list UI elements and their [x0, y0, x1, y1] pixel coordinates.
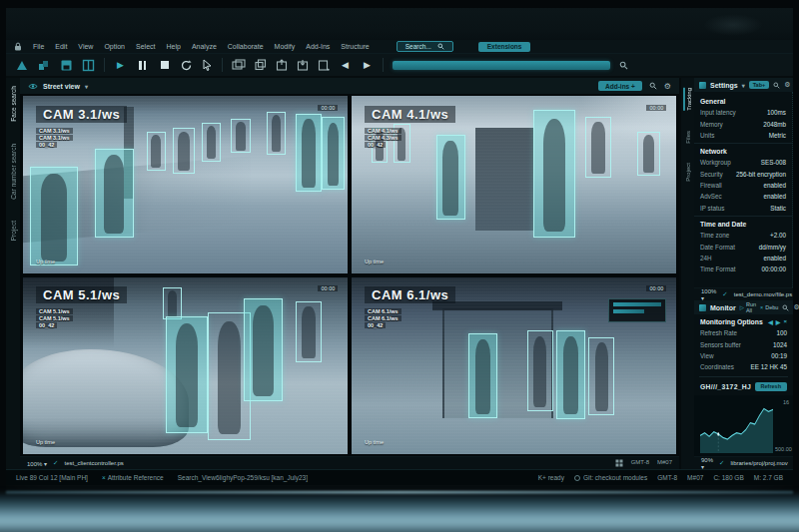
gear-icon[interactable]: ⚙ — [793, 303, 799, 311]
zoom-select[interactable]: 90% ▾ — [701, 457, 713, 470]
menu-item-help[interactable]: Help — [166, 43, 180, 50]
chevron-down-icon[interactable]: ▾ — [85, 83, 88, 90]
status-item-search-view6iighypop-259-ksu-kan-july23[interactable]: Search_View6IighyPop-259/ksu [kan_July23… — [178, 474, 308, 481]
chevron-down-icon[interactable]: ▾ — [742, 82, 745, 89]
settings-row: Firewallenabled — [694, 180, 792, 191]
close-icon[interactable]: × — [783, 318, 787, 325]
addins-button[interactable]: Add-ins + — [598, 81, 642, 91]
grid-tool-icon[interactable] — [82, 59, 95, 72]
tab-tracking[interactable]: Tracking — [683, 88, 692, 111]
setting-value[interactable]: enabled — [764, 193, 786, 200]
setting-value[interactable]: Static — [770, 205, 786, 212]
sidebar-item-face-search[interactable]: Face search — [10, 86, 17, 122]
setting-label: IP status — [700, 205, 724, 212]
status-item-m-2-7-gb[interactable]: M: 2.7 GB — [754, 474, 783, 481]
menu-item-select[interactable]: Select — [136, 43, 155, 50]
menu-item-add-ins[interactable]: Add-Ins — [306, 43, 330, 50]
setting-value[interactable]: dd/mm/yy — [759, 244, 786, 251]
menu-search-input[interactable]: Search... — [397, 41, 453, 52]
monitor-panel: Monitoring Options ◀ ▶ × Refresh Rate100… — [694, 314, 793, 469]
play-button[interactable]: ▶ — [114, 59, 127, 72]
search-icon[interactable] — [782, 304, 789, 311]
monitor-value[interactable]: EE 12 HK 45 — [751, 363, 787, 370]
menu-item-analyze[interactable]: Analyze — [192, 43, 217, 50]
status-item-c-180-gb[interactable]: C: 180 GB — [713, 474, 743, 481]
video-viewer: Street view ▾ Add-ins + ⚙ — [20, 78, 679, 469]
gear-icon[interactable]: ⚙ — [664, 82, 671, 91]
menu-item-option[interactable]: Option — [104, 43, 125, 50]
camera-feed-6-1[interactable]: CAM 6.1/ws CAM 6.1/ws CAM 6.1/ws 00_42 U… — [352, 277, 676, 455]
tab-files[interactable]: Files — [685, 131, 691, 144]
detection-box — [267, 112, 287, 155]
detection-box — [556, 330, 585, 419]
sidebar-item-project[interactable]: Project — [10, 221, 17, 241]
next-arrow-icon[interactable]: ▶ — [776, 318, 781, 325]
setting-value[interactable]: enabled — [764, 255, 786, 262]
stop-button[interactable] — [158, 59, 171, 72]
import-icon[interactable] — [276, 59, 288, 71]
pause-button[interactable] — [136, 59, 149, 72]
cursor-tool-icon[interactable] — [202, 59, 213, 71]
setting-value[interactable]: 00:00:00 — [761, 266, 786, 272]
setting-label: Memory — [700, 121, 723, 128]
zoom-select[interactable]: 100% ▾ — [701, 288, 716, 301]
monitoring-options-list: Refresh Rate100Sensors buffer1024View00:… — [694, 327, 793, 373]
grid-icon[interactable] — [615, 459, 623, 467]
timeline-progress-bar[interactable] — [393, 61, 610, 70]
status-item-m-07[interactable]: M#07 — [687, 474, 703, 481]
setting-value[interactable]: 100ms — [767, 109, 786, 116]
setting-value[interactable]: enabled — [764, 182, 786, 189]
menu-item-view[interactable]: View — [78, 43, 93, 50]
status-item-attribute-reference[interactable]: ×Attribute Reference — [102, 474, 164, 481]
sidebar-item-car-number-search[interactable]: Car number search — [10, 144, 17, 200]
forward-arrow-button[interactable]: ▶ — [361, 59, 374, 72]
camera-feed-4-1[interactable]: CAM 4.1/ws CAM 4.1/ws CAM 4.3/ws 00_42 U… — [352, 96, 676, 273]
detection-box — [30, 167, 79, 266]
layers-icon[interactable] — [38, 59, 51, 72]
extensions-button[interactable]: Extensions — [478, 42, 531, 52]
search-icon[interactable] — [773, 82, 780, 89]
prev-arrow-icon[interactable]: ◀ — [768, 318, 773, 325]
status-item-git-checkout-modules[interactable]: Git: checkout modules — [574, 474, 647, 481]
camera-feed-3-1[interactable]: CAM 3.1/ws CAM 3.1/ws CAM 3.1/ws 00_42 U… — [23, 96, 348, 273]
monitor-value[interactable]: 100 — [776, 329, 787, 336]
camera-sub-label: 00_42 — [365, 142, 386, 148]
status-item-gmt-8[interactable]: GMT-8 — [657, 474, 677, 481]
tab-add-button[interactable]: Tab+ — [749, 81, 770, 89]
menu-item-collaborate[interactable]: Collaborate — [228, 43, 264, 50]
toolbar: ▶ ◀ ▶ — [6, 54, 793, 78]
setting-value[interactable]: Metric — [769, 132, 786, 139]
cascade-windows-icon[interactable] — [232, 59, 246, 71]
new-file-icon[interactable] — [318, 59, 330, 71]
status-item-k-ready[interactable]: K+ ready — [538, 474, 564, 481]
setting-value[interactable]: +2.00 — [770, 232, 786, 239]
save-icon[interactable] — [60, 59, 73, 72]
monitor-row: CoordinatesEE 12 HK 45 — [694, 361, 793, 372]
setting-value[interactable]: 256-bit encryption — [736, 171, 786, 178]
setting-value[interactable]: 2048mb — [763, 121, 786, 128]
run-all-button[interactable]: ▷Run All — [740, 301, 756, 313]
back-arrow-button[interactable]: ◀ — [339, 59, 352, 72]
monitor-value[interactable]: 00:19 — [771, 352, 787, 359]
search-icon[interactable] — [649, 82, 657, 90]
gear-icon[interactable]: ⚙ — [784, 81, 790, 89]
refresh-button[interactable]: Refresh — [755, 382, 787, 391]
tab-project[interactable]: Project — [685, 163, 691, 182]
detection-box — [296, 301, 322, 361]
menu-item-structure[interactable]: Structure — [341, 43, 369, 50]
menu-item-modify[interactable]: Modify — [275, 43, 296, 50]
search-icon[interactable] — [619, 61, 628, 70]
menu-item-edit[interactable]: Edit — [55, 43, 67, 50]
refresh-button[interactable] — [180, 59, 193, 72]
monitor-value[interactable]: 1024 — [773, 341, 787, 348]
status-item-live-89-col-12-main-ph[interactable]: Live 89 Col 12 [Main PH] — [16, 474, 88, 481]
copy-icon[interactable] — [255, 59, 267, 71]
camera-feed-5-1[interactable]: CAM 5.1/ws CAM 5.1/ws CAM 5.1/ws 00_42 U… — [23, 277, 348, 455]
export-icon[interactable] — [297, 59, 309, 71]
zoom-select[interactable]: 100% ▾ — [27, 460, 47, 467]
menu-item-file[interactable]: File — [33, 43, 44, 50]
viewer-header: Street view ▾ Add-ins + ⚙ — [20, 78, 679, 94]
setting-value[interactable]: SES-008 — [761, 159, 786, 166]
debug-button[interactable]: ×Debu — [760, 304, 778, 310]
detection-box — [147, 132, 167, 171]
